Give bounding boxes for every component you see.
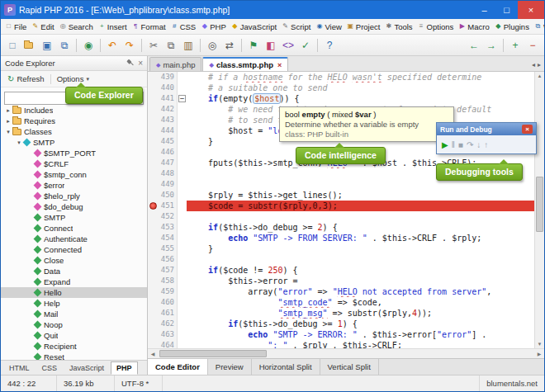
code-line-440[interactable]: 440 # a suitable one to send	[148, 83, 534, 93]
code-line-451[interactable]: 451 $code = substr($rply,0,3);	[148, 201, 534, 211]
code-line-461[interactable]: 461 "smtp_msg" => substr($rply,4));	[148, 308, 534, 319]
tag-insert-button[interactable]: <>	[280, 37, 296, 54]
run-icon[interactable]: ▶	[442, 140, 448, 149]
language-tab-css[interactable]: CSS	[36, 361, 64, 375]
color-picker-button[interactable]: ◧	[263, 37, 279, 54]
code-line-460[interactable]: 460 "smtp_code" => $code,	[148, 297, 534, 308]
debug-panel-titlebar[interactable]: Run and Debug ×	[437, 123, 536, 135]
editor-tab-class.smtp.php[interactable]: ◆class.smtp.php×	[202, 57, 288, 71]
minimize-button[interactable]: –	[473, 1, 495, 19]
step-out-icon[interactable]: ↑	[484, 140, 488, 149]
tree-item-noop[interactable]: Noop	[1, 319, 147, 330]
code-line-464[interactable]: 464 ": " . $rply . $this->CRLF;	[148, 340, 534, 348]
menu-format[interactable]: ¶Format	[130, 19, 168, 34]
gutter-441[interactable]: 441	[148, 93, 178, 104]
code-line-441[interactable]: 441− if(empty($host)) {	[148, 93, 534, 104]
scroll-right-icon[interactable]: ▶	[534, 349, 544, 358]
menu-macro[interactable]: ▶Macro	[456, 19, 491, 34]
code-line-463[interactable]: 463 echo "SMTP -> ERROR: " . $this->erro…	[148, 329, 534, 340]
view-tab-horizontal-split[interactable]: Horizontal Split	[252, 359, 320, 375]
menu-tools[interactable]: ✱Tools	[382, 19, 415, 34]
gutter-447[interactable]: 447	[148, 158, 178, 168]
save-button[interactable]: ▣	[39, 37, 55, 54]
open-file-button[interactable]	[21, 37, 38, 54]
expand-expander-icon[interactable]: ▸	[4, 107, 12, 114]
pause-icon[interactable]: ‖	[452, 140, 455, 149]
gutter-452[interactable]: 452	[148, 211, 178, 222]
tree-item-quit[interactable]: Quit	[1, 330, 147, 341]
view-tab-vertical-split[interactable]: Vertical Split	[320, 359, 379, 375]
new-file-button[interactable]: □	[4, 37, 21, 54]
menu-css[interactable]: #CSS	[168, 19, 199, 34]
code-line-456[interactable]: 456	[148, 254, 534, 265]
stop-icon[interactable]: ■	[458, 140, 463, 149]
gutter-451[interactable]: 451	[148, 201, 178, 211]
gutter-455[interactable]: 455	[148, 243, 178, 254]
menu-javascript[interactable]: ◆JavaScript	[229, 19, 279, 34]
menu-script[interactable]: ✎Script	[279, 19, 313, 34]
menu-file[interactable]: □File	[2, 19, 29, 34]
tree-item-hello[interactable]: Hello	[1, 287, 147, 298]
gutter-457[interactable]: 457	[148, 265, 178, 276]
find-button[interactable]: ◎	[204, 37, 220, 54]
scroll-up-icon[interactable]: ▲	[535, 72, 544, 80]
menu-plugins[interactable]: ◆Plugins	[492, 19, 532, 34]
collapse-expander-icon[interactable]: ▾	[15, 139, 23, 146]
tree-item-smtp_conn[interactable]: $smtp_conn	[1, 169, 147, 180]
options-button[interactable]: Options ▾	[54, 73, 92, 84]
pin-icon[interactable]	[125, 58, 135, 68]
view-tab-code-editor[interactable]: Code Editor	[148, 359, 208, 375]
tree-item-expand[interactable]: Expand	[1, 276, 147, 287]
gutter-453[interactable]: 453	[148, 222, 178, 233]
collapse-button[interactable]: −	[524, 37, 541, 54]
menu-edit[interactable]: ✎Edit	[29, 19, 56, 34]
gutter-464[interactable]: 464	[148, 340, 178, 348]
tree-item-crlf[interactable]: $CRLF	[1, 158, 147, 169]
code-line-458[interactable]: 458 $this->error =	[148, 276, 534, 286]
copy-button[interactable]: ⧉	[163, 37, 179, 54]
browser-preview-button[interactable]: ◉	[80, 37, 97, 54]
menu-php[interactable]: ◆PHP	[198, 19, 229, 34]
vertical-scrollbar[interactable]: ▲ ▼	[534, 72, 544, 348]
language-tab-php[interactable]: PHP	[111, 361, 138, 375]
tab-scroll-right-icon[interactable]: ▸	[538, 61, 541, 68]
gutter-462[interactable]: 462	[148, 319, 178, 329]
gutter-440[interactable]: 440	[148, 83, 178, 93]
tree-item-reset[interactable]: Reset	[1, 352, 147, 360]
code-line-459[interactable]: 459 array("error" => "HELO not accepted …	[148, 286, 534, 297]
cut-button[interactable]: ✂	[145, 37, 162, 54]
step-into-icon[interactable]: ↓	[476, 140, 481, 149]
code-line-453[interactable]: 453 if($this->do_debug >= 2) {	[148, 222, 534, 233]
save-all-button[interactable]: ⧉	[56, 37, 73, 54]
menu-insert[interactable]: +Insert	[96, 19, 130, 34]
panel-close-icon[interactable]: ×	[138, 59, 143, 68]
expand-expander-icon[interactable]: ▸	[4, 118, 12, 125]
paste-button[interactable]: ▥	[180, 37, 197, 54]
tree-item-recipient[interactable]: Recipient	[1, 341, 147, 352]
code-line-452[interactable]: 452	[148, 211, 534, 222]
undo-button[interactable]: ↶	[104, 37, 121, 54]
tab-scroll-left-icon[interactable]: ◂	[532, 61, 535, 68]
code-line-455[interactable]: 455 }	[148, 243, 534, 254]
replace-button[interactable]: ⇄	[221, 37, 238, 54]
tree-item-authenticate[interactable]: Authenticate	[1, 234, 147, 244]
menu-search[interactable]: ◎Search	[57, 19, 96, 34]
view-tab-preview[interactable]: Preview	[208, 359, 252, 375]
collapse-expander-icon[interactable]: ▾	[4, 129, 12, 135]
gutter-458[interactable]: 458	[148, 276, 178, 286]
gutter-450[interactable]: 450	[148, 190, 178, 201]
tree-item-data[interactable]: Data	[1, 266, 147, 276]
gutter-443[interactable]: 443	[148, 115, 178, 125]
maximize-button[interactable]: □	[495, 1, 518, 19]
tree-item-connect[interactable]: Connect	[1, 223, 147, 234]
scroll-down-icon[interactable]: ▼	[535, 340, 544, 348]
code-line-454[interactable]: 454 echo "SMTP -> FROM SERVER: " . $this…	[148, 233, 534, 243]
tree-item-connected[interactable]: Connected	[1, 244, 147, 255]
validate-button[interactable]: ✓	[297, 37, 314, 54]
menu-windows[interactable]: ⧉Windows	[532, 19, 544, 34]
gutter-454[interactable]: 454	[148, 233, 178, 243]
tree-item-includes[interactable]: ▸Includes	[1, 105, 147, 116]
code-line-462[interactable]: 462 if($this->do_debug >= 1) {	[148, 319, 534, 329]
gutter-446[interactable]: 446	[148, 147, 178, 158]
gutter-445[interactable]: 445	[148, 136, 178, 147]
